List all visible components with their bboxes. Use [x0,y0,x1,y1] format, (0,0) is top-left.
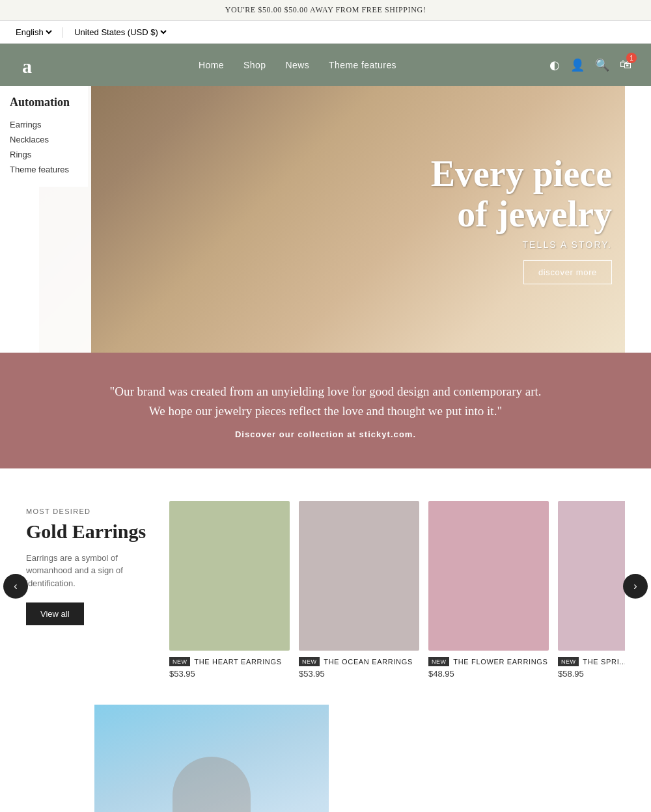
products-heading: Gold Earrings [26,521,150,543]
product-name-4: THE SPRI... [583,658,625,666]
nav-links: Home Shop News Theme features [199,59,396,71]
product-label-3: NEW THE FLOWER EARRINGS [428,657,549,666]
new-badge-4: NEW [558,657,579,666]
product-price-4: $58.95 [558,669,625,679]
announcement-text: YOU'RE $50.00 $50.00 AWAY FROM FREE SHIP… [225,5,426,14]
logo-icon: a [20,52,46,78]
product-price-2: $53.95 [299,669,419,679]
new-badge-3: NEW [428,657,449,666]
bottom-right: FEATURED [329,705,651,812]
products-grid: NEW THE HEART EARRINGS $53.95 NEW THE OC… [169,501,625,679]
product-image-3 [428,501,549,651]
products-section: ‹ MOST DESIRED Gold Earrings Earrings ar… [0,468,651,705]
quote-section: "Our brand was created from an unyieldin… [0,353,651,468]
announcement-bar: YOU'RE $50.00 $50.00 AWAY FROM FREE SHIP… [0,0,651,21]
dropdown-brand: Automation [10,96,78,109]
products-tag: MOST DESIRED [26,508,150,515]
dropdown-item-earrings[interactable]: Earrings [10,117,78,132]
product-price-1: $53.95 [169,669,290,679]
next-button[interactable]: › [623,574,648,599]
lang-divider: | [62,26,64,38]
product-image-4 [558,501,625,651]
products-layout: MOST DESIRED Gold Earrings Earrings are … [26,501,625,679]
quote-line1: "Our brand was created from an unyieldin… [109,385,541,398]
product-name-3: THE FLOWER EARRINGS [453,658,547,666]
hero-text: Every piece of jewelry TELLS A STORY. di… [431,154,612,284]
site-logo[interactable]: a [20,52,46,78]
hero-heading: Every piece of jewelry [431,154,612,234]
theme-toggle-icon[interactable]: ◐ [549,58,560,72]
product-label-1: NEW THE HEART EARRINGS [169,657,290,666]
prev-button[interactable]: ‹ [3,574,28,599]
main-nav: a Home Shop News Theme features ◐ 👤 🔍 🛍 … [0,44,651,86]
nav-news[interactable]: News [285,60,309,70]
cart-icon[interactable]: 🛍 1 [620,58,631,72]
product-image-1 [169,501,290,651]
currency-select[interactable]: United States (USD $) [72,27,169,38]
hero-section: Automation Earrings Necklaces Rings Them… [0,86,651,353]
hero-subtitle: TELLS A STORY. [431,239,612,250]
account-icon[interactable]: 👤 [570,58,585,72]
quote-tagline: Discover our collection at stickyt.com. [52,429,599,439]
dropdown-item-theme[interactable]: Theme features [10,162,78,177]
product-price-3: $48.95 [428,669,549,679]
product-card-4[interactable]: NEW THE SPRI... $58.95 [558,501,625,679]
lang-bar: English | United States (USD $) [0,21,651,44]
bottom-photo [94,705,329,812]
bottom-section: FEATURED [0,705,651,812]
quote-line2: We hope our jewelry pieces reflect the l… [149,404,502,418]
svg-text:a: a [22,55,32,77]
product-image-2 [299,501,419,651]
view-all-button[interactable]: View all [26,602,84,625]
product-name-1: THE HEART EARRINGS [194,658,281,666]
new-badge-2: NEW [299,657,320,666]
product-card-2[interactable]: NEW THE OCEAN EARRINGS $53.95 [299,501,419,679]
products-description: Earrings are a symbol of womanhood and a… [26,552,150,590]
product-label-2: NEW THE OCEAN EARRINGS [299,657,419,666]
cart-badge: 1 [626,53,637,63]
product-name-2: THE OCEAN EARRINGS [324,658,413,666]
product-card-3[interactable]: NEW THE FLOWER EARRINGS $48.95 [428,501,549,679]
nav-home[interactable]: Home [199,60,224,70]
search-icon[interactable]: 🔍 [595,58,609,72]
nav-icons: ◐ 👤 🔍 🛍 1 [549,58,631,72]
discover-more-button[interactable]: discover more [523,260,612,284]
new-badge-1: NEW [169,657,190,666]
dropdown-item-necklaces[interactable]: Necklaces [10,132,78,147]
products-intro: MOST DESIRED Gold Earrings Earrings are … [26,501,150,626]
quote-text: "Our brand was created from an unyieldin… [52,382,599,422]
product-card-1[interactable]: NEW THE HEART EARRINGS $53.95 [169,501,290,679]
dropdown-menu: Automation Earrings Necklaces Rings Them… [0,86,88,187]
product-label-4: NEW THE SPRI... [558,657,625,666]
nav-shop[interactable]: Shop [243,60,266,70]
dropdown-item-rings[interactable]: Rings [10,147,78,162]
dropdown-list: Earrings Necklaces Rings Theme features [10,117,78,177]
nav-theme-features[interactable]: Theme features [329,60,396,70]
language-select[interactable]: English [13,27,54,38]
